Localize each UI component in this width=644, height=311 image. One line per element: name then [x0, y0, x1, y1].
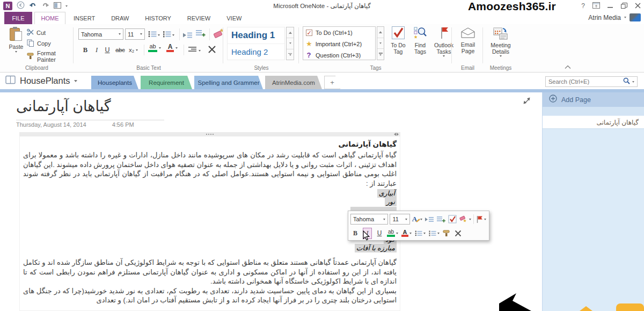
underline-button[interactable]: U: [103, 45, 112, 55]
mini-increase-indent-icon: [436, 216, 445, 223]
mini-styles-button[interactable]: A: [412, 214, 422, 225]
mini-font-chevron-icon: [383, 219, 385, 220]
dock-window-icon[interactable]: [54, 1, 61, 11]
section-tab-atrinmedia[interactable]: AtrinMedia.com: [265, 76, 322, 89]
cut-button[interactable]: Cut: [27, 28, 46, 37]
mini-delete-icon: [454, 229, 462, 237]
mini-bullets-button[interactable]: [415, 228, 426, 238]
todo-tag-button[interactable]: To Do Tag: [387, 26, 409, 55]
style-heading2[interactable]: Heading 2: [228, 44, 284, 60]
mini-font-size-combo[interactable]: 11: [390, 214, 409, 225]
mini-underline-button[interactable]: U: [375, 228, 384, 238]
strikethrough-button[interactable]: abc: [114, 45, 127, 55]
collapse-ribbon-button[interactable]: [565, 62, 571, 71]
mini-font-name-combo[interactable]: Tahoma: [350, 214, 388, 225]
note-container[interactable]: گیاهان آپارتمانی گیاه آپارتمانی گیاهی اس…: [19, 132, 400, 311]
minimize-button[interactable]: [608, 1, 613, 11]
styles-more-button[interactable]: [287, 49, 294, 60]
tag-important[interactable]: ★ Important (Ctrl+2): [303, 38, 375, 49]
undo-icon[interactable]: [29, 1, 37, 11]
mini-todo-tag-button[interactable]: [448, 214, 457, 225]
note-body[interactable]: گیاهان آپارتمانی گیاه آپارتمانی گیاهی اس…: [19, 136, 400, 311]
font-name-combo[interactable]: Tahoma: [78, 28, 123, 40]
highlight-button[interactable]: ab: [148, 44, 161, 52]
title-underline: [16, 120, 164, 120]
font-size-combo[interactable]: 11: [125, 28, 145, 40]
full-page-view-button[interactable]: [523, 97, 531, 107]
mini-outlook-task-button[interactable]: [476, 214, 486, 225]
styles-scroll-up[interactable]: [287, 27, 294, 38]
page-list-item-selected[interactable]: گیاهان آپارتمانی: [543, 116, 644, 129]
mini-bold-button[interactable]: B: [351, 228, 360, 238]
mini-format-painter-button[interactable]: [443, 228, 451, 238]
styles-scroll-down[interactable]: [287, 38, 294, 49]
mini-numbering-button[interactable]: [429, 228, 440, 238]
style-heading1[interactable]: Heading 1: [228, 27, 284, 44]
italic-button[interactable]: I: [92, 45, 101, 55]
paste-button[interactable]: Paste: [6, 27, 26, 53]
help-icon[interactable]: ?: [581, 2, 585, 10]
mini-highlight-button[interactable]: ab: [387, 228, 398, 238]
format-painter-label: Format Painter: [37, 50, 74, 63]
redo-icon[interactable]: [41, 1, 49, 11]
font-size-chevron-icon: [140, 33, 142, 35]
page-title[interactable]: گیاهان آپارتمانی: [16, 98, 111, 115]
tab-draw[interactable]: DRAW: [103, 12, 137, 24]
note-container-drag-handle[interactable]: [19, 132, 400, 136]
find-tags-button[interactable]: Find Tags: [411, 26, 429, 55]
note-container-resize-handle[interactable]: [394, 133, 399, 136]
decrease-indent-button[interactable]: [183, 31, 192, 40]
ribbon-group-meetings: Meeting Details Meetings: [484, 24, 518, 72]
section-tab-houseplants[interactable]: Houseplants: [91, 76, 138, 89]
paragraph-alignment-button[interactable]: [188, 46, 201, 55]
tab-view[interactable]: VIEW: [218, 12, 250, 24]
mini-decrease-indent-button[interactable]: [425, 214, 434, 225]
search-input[interactable]: [548, 78, 610, 85]
clear-formatting-button[interactable]: [207, 45, 217, 56]
tag-todo[interactable]: ✓ To Do (Ctrl+1): [303, 27, 375, 38]
mini-font-color-button[interactable]: A: [401, 228, 412, 238]
tags-scroll-down[interactable]: [377, 38, 384, 49]
email-group-label: Email: [452, 65, 483, 71]
account-area[interactable]: Atrin Media: [588, 13, 641, 21]
copy-button[interactable]: Copy: [27, 39, 51, 48]
bold-button[interactable]: B: [80, 45, 90, 55]
font-color-button[interactable]: A: [166, 44, 178, 52]
format-painter-button[interactable]: Format Painter: [27, 50, 74, 63]
back-icon[interactable]: [17, 1, 25, 11]
tab-review[interactable]: REVIEW: [179, 12, 218, 24]
email-page-button[interactable]: Email Page: [457, 27, 479, 54]
subscript-button[interactable]: x₂: [129, 45, 138, 55]
section-tab-spelling[interactable]: Spelling and Grammer: [194, 76, 263, 89]
search-box[interactable]: [545, 76, 638, 87]
tab-home[interactable]: HOME: [34, 12, 65, 24]
tab-file[interactable]: FILE: [4, 12, 32, 24]
add-page-button[interactable]: Add Page: [543, 92, 644, 107]
tag-question[interactable]: ? Question (Ctrl+3): [303, 49, 375, 61]
note-paragraph-3: بسیاری از این گیاهان به دمای پایین حساسی…: [23, 286, 397, 305]
notebook-dropdown[interactable]: HousePlants: [5, 75, 77, 86]
mini-tag-button[interactable]: [459, 214, 471, 225]
qat-customize-icon[interactable]: [65, 5, 68, 7]
tab-history[interactable]: HISTORY: [137, 12, 179, 24]
mini-delete-button[interactable]: [454, 228, 462, 238]
tags-scroll-up[interactable]: [377, 27, 384, 38]
section-tab-requirement[interactable]: Requirement: [141, 76, 192, 89]
tags-spinner: [377, 26, 384, 60]
restore-button[interactable]: [621, 1, 627, 11]
mini-increase-indent-button[interactable]: [436, 214, 445, 225]
new-section-button[interactable]: +: [324, 76, 340, 89]
increase-indent-button[interactable]: [195, 30, 206, 39]
search-scope-chevron-icon[interactable]: [632, 81, 634, 83]
numbering-button[interactable]: [163, 30, 174, 40]
find-tags-label: Find Tags: [412, 42, 428, 55]
bullets-button[interactable]: [148, 30, 160, 40]
meeting-details-button[interactable]: Meeting Details: [487, 27, 514, 57]
tags-more-button[interactable]: [377, 49, 384, 60]
tab-insert[interactable]: INSERT: [65, 12, 103, 24]
close-button[interactable]: [635, 1, 641, 11]
onenote-app-icon[interactable]: N: [3, 2, 12, 10]
search-icon[interactable]: [623, 77, 630, 86]
page-canvas[interactable]: گیاهان آپارتمانی Thursday, August 14, 20…: [0, 92, 542, 311]
ribbon-display-options-icon[interactable]: [592, 1, 600, 11]
